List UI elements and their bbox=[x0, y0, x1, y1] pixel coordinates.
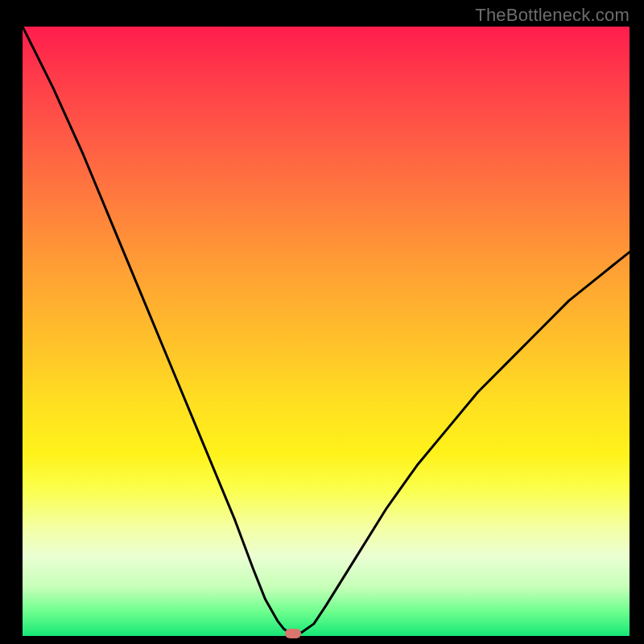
watermark-text: TheBottleneck.com bbox=[475, 5, 630, 26]
chart-frame: TheBottleneck.com bbox=[0, 0, 644, 644]
bottleneck-curve-svg bbox=[23, 27, 630, 636]
minimum-marker bbox=[285, 629, 301, 638]
plot-area bbox=[23, 27, 630, 636]
bottleneck-curve bbox=[23, 27, 630, 634]
